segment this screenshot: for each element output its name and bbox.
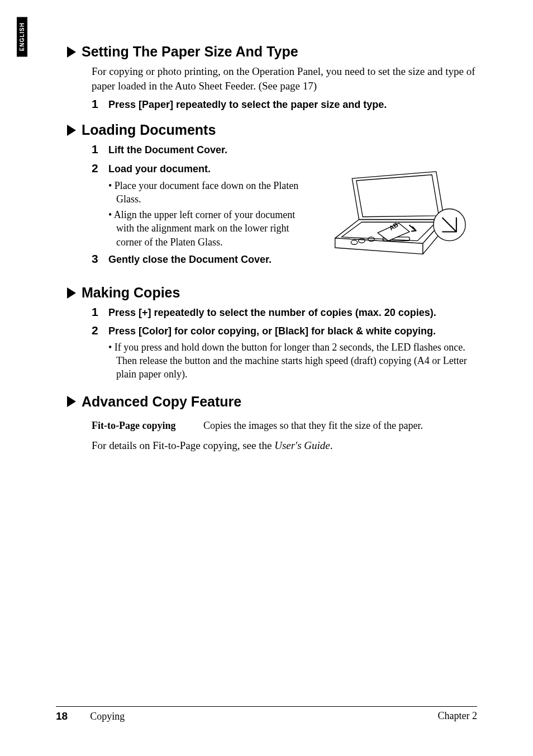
feature-term: Fit-to-Page copying: [92, 420, 203, 432]
section-heading-copies: Making Copies: [67, 285, 477, 301]
section-heading-text: Loading Documents: [82, 122, 216, 138]
step-number: 3: [92, 252, 108, 267]
loading-two-column: 2 Load your document. Place your documen…: [92, 158, 477, 270]
copies-step-2: 2 Press [Color] for color copying, or [B…: [92, 324, 477, 338]
section-heading-text: Making Copies: [82, 285, 180, 301]
step-title: Lift the Document Cover.: [108, 143, 477, 157]
step-title: Press [Paper] repeatedly to select the p…: [108, 97, 477, 112]
step-title: Gently close the Document Cover.: [108, 252, 311, 267]
section-heading-text: Advanced Copy Feature: [82, 394, 241, 410]
step-title: Load your document.: [108, 162, 311, 176]
language-tab: ENGLISH: [17, 17, 27, 56]
loading-step-1: 1 Lift the Document Cover.: [92, 143, 477, 157]
section-heading-text: Setting The Paper Size And Type: [82, 44, 298, 60]
step-number: 1: [92, 143, 108, 157]
footer-left: 18 Copying: [56, 710, 125, 722]
loading-step-3: 3 Gently close the Document Cover.: [92, 252, 311, 267]
loading-step-2: 2 Load your document.: [92, 162, 311, 176]
triangle-icon: [67, 396, 76, 407]
page-footer: 18 Copying Chapter 2: [56, 706, 477, 722]
bullet-item: Align the upper left corner of your docu…: [108, 208, 311, 249]
triangle-icon: [67, 46, 76, 58]
copies-step-1: 1 Press [+] repeatedly to select the num…: [92, 305, 477, 320]
closing-italic: User's Guide: [274, 440, 330, 451]
closing-pre: For details on Fit-to-Page copying, see …: [92, 440, 274, 451]
section-heading-loading: Loading Documents: [67, 122, 477, 138]
step-number: 1: [92, 97, 108, 112]
loading-left-column: 2 Load your document. Place your documen…: [92, 158, 311, 270]
step-number: 1: [92, 305, 108, 320]
triangle-icon: [67, 287, 76, 299]
step-title: Press [+] repeatedly to select the numbe…: [108, 305, 477, 320]
fit-to-page-row: Fit-to-Page copying Copies the images so…: [92, 420, 477, 432]
feature-desc: Copies the images so that they fit the s…: [203, 420, 423, 432]
paper-intro: For copying or photo printing, on the Op…: [92, 64, 477, 93]
loading-illustration-cell: AB: [321, 158, 477, 270]
step-number: 2: [92, 162, 108, 176]
footer-section-name: Copying: [90, 711, 125, 722]
step-title: Press [Color] for color copying, or [Bla…: [108, 324, 477, 338]
page-number: 18: [56, 710, 68, 722]
paper-step-1: 1 Press [Paper] repeatedly to select the…: [92, 97, 477, 112]
loading-step-2-bullets: Place your document face down on the Pla…: [108, 179, 311, 249]
triangle-icon: [67, 125, 76, 136]
step-number: 2: [92, 324, 108, 338]
page-content: Setting The Paper Size And Type For copy…: [56, 44, 477, 452]
copies-step-2-bullets: If you press and hold down the button fo…: [108, 341, 477, 381]
scanner-illustration: AB: [326, 158, 472, 270]
advanced-closing: For details on Fit-to-Page copying, see …: [92, 440, 477, 452]
section-heading-advanced: Advanced Copy Feature: [67, 394, 477, 410]
section-heading-paper: Setting The Paper Size And Type: [67, 44, 477, 60]
bullet-item: Place your document face down on the Pla…: [108, 179, 311, 206]
footer-chapter: Chapter 2: [438, 710, 477, 722]
bullet-item: If you press and hold down the button fo…: [108, 341, 477, 381]
closing-post: .: [330, 440, 333, 451]
